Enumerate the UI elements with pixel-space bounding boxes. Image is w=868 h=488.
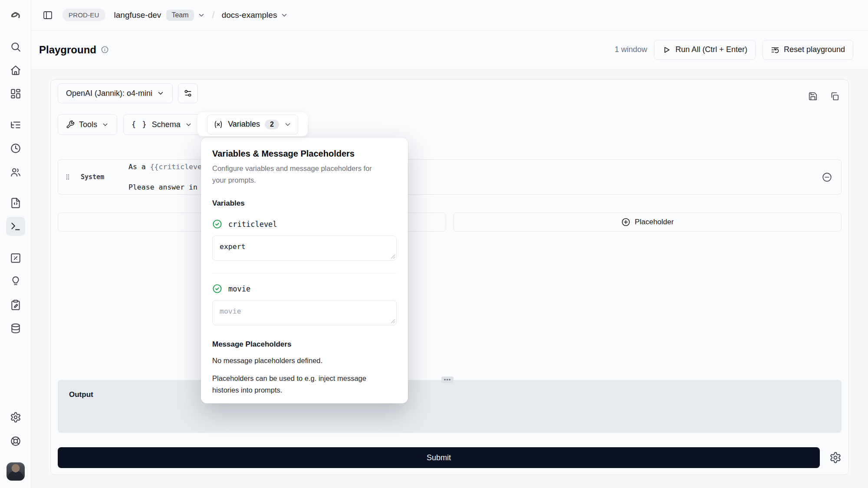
org-role-badge[interactable]: Team [166, 10, 194, 21]
sidebar-item-settings[interactable] [6, 408, 25, 427]
chevron-down-icon [197, 11, 205, 19]
sidebar-item-search[interactable] [6, 37, 25, 56]
panel-left-icon [43, 10, 53, 20]
schema-label: Schema [152, 120, 181, 129]
add-placeholder-button[interactable]: Placeholder [453, 213, 842, 232]
system-line1-text: As a [128, 163, 150, 171]
prompt-file-icon [10, 197, 21, 209]
page-header: Playground 1 window Run All (Ctrl + Ente… [31, 30, 868, 69]
copy-window-button[interactable] [828, 89, 842, 103]
sidebar-item-users[interactable] [6, 163, 25, 182]
users-icon [10, 167, 21, 178]
schema-dropdown-button[interactable]: { } Schema [123, 114, 201, 135]
chevron-down-icon [280, 11, 288, 19]
model-settings-button[interactable] [178, 83, 198, 103]
popover-description: Configure variables and message placehol… [212, 163, 386, 186]
sidebar-item-playground[interactable] [6, 217, 25, 236]
run-all-button[interactable]: Run All (Ctrl + Enter) [654, 40, 756, 60]
variables-label: Variables [228, 120, 260, 129]
trace-tree-icon [10, 119, 21, 131]
sidebar-item-insights[interactable] [6, 272, 25, 291]
run-all-label: Run All (Ctrl + Enter) [675, 45, 747, 54]
minus-circle-icon [822, 172, 832, 183]
play-icon [662, 46, 671, 54]
drag-handle[interactable] [64, 174, 71, 180]
model-settings-sliders-icon [184, 89, 192, 98]
resize-handle[interactable]: ••• [441, 377, 454, 383]
support-lifebuoy-icon [10, 436, 21, 447]
divider [212, 273, 397, 273]
avatar[interactable] [7, 462, 25, 481]
clock-icon [10, 143, 21, 154]
playground-page: PROD-EU langfuse-dev Team / docs-example… [0, 0, 868, 488]
add-placeholder-label: Placeholder [635, 218, 674, 226]
grip-vertical-icon [64, 174, 71, 180]
braces-icon: { } [132, 120, 148, 129]
sidebar-item-dashboards[interactable] [6, 84, 25, 103]
breadcrumb-organization[interactable]: langfuse-dev [114, 10, 161, 20]
list-restart-icon [771, 46, 779, 54]
check-circle-icon [212, 284, 222, 294]
main-area: OpenAI (Jannik): o4-mini Tools [31, 69, 868, 488]
variable-name: movie [228, 285, 250, 293]
variables-count-badge: 2 [265, 120, 279, 129]
lightbulb-icon [10, 275, 21, 287]
placeholders-empty-text: No message placeholders defined. [212, 355, 397, 367]
chevron-down-icon [102, 121, 109, 128]
plus-circle-icon [621, 217, 631, 227]
evaluation-percent-icon [10, 252, 21, 264]
terminal-icon [10, 221, 21, 232]
tools-dropdown-button[interactable]: Tools [58, 114, 117, 135]
annotation-clipboard-icon [10, 299, 21, 311]
page-title: Playground [39, 44, 96, 56]
copy-icon [830, 92, 839, 101]
langfuse-logo[interactable] [6, 6, 25, 25]
sidebar-item-prompts[interactable] [6, 193, 25, 213]
reset-playground-label: Reset playground [784, 45, 845, 54]
output-panel: ••• Output [58, 380, 842, 433]
chevron-down-icon [157, 89, 164, 97]
settings-gear-icon [10, 412, 21, 423]
sidebar-item-support[interactable] [6, 432, 25, 451]
variable-value-input-criticlevel[interactable]: expert [212, 236, 397, 261]
variables-dropdown-button[interactable]: Variables 2 [207, 115, 298, 134]
sidebar-item-evaluation[interactable] [6, 249, 25, 268]
submit-settings-button[interactable] [829, 452, 842, 464]
remove-message-button[interactable] [822, 172, 832, 183]
reset-playground-button[interactable]: Reset playground [763, 40, 853, 60]
save-window-button[interactable] [806, 89, 820, 103]
sidebar-item-datasets[interactable] [6, 319, 25, 338]
wrench-icon [66, 120, 75, 129]
submit-button[interactable]: Submit [58, 447, 820, 468]
message-role-label[interactable]: System [81, 173, 121, 181]
variables-section-heading: Variables [212, 199, 397, 208]
page-info-button[interactable] [101, 46, 109, 54]
info-icon [101, 46, 109, 54]
variable-value-input-movie[interactable] [212, 300, 397, 325]
check-circle-icon [212, 219, 222, 229]
chevron-down-icon [185, 121, 192, 128]
sidebar [0, 0, 31, 488]
org-menu-chevron[interactable] [197, 11, 205, 19]
variable-row-header: criticlevel [212, 219, 397, 229]
output-label: Output [69, 390, 93, 399]
variable-icon [214, 120, 223, 129]
variable-row-header: movie [212, 284, 397, 294]
variable-name: criticlevel [228, 220, 277, 229]
playground-window: OpenAI (Jannik): o4-mini Tools [50, 79, 849, 475]
project-menu-chevron[interactable] [280, 11, 288, 19]
gear-icon [829, 452, 842, 464]
sidebar-item-annotation[interactable] [6, 295, 25, 314]
sidebar-toggle-button[interactable] [39, 7, 56, 24]
search-icon [10, 41, 21, 52]
model-selector-button[interactable]: OpenAI (Jannik): o4-mini [58, 83, 173, 103]
system-line2-text: Please answer in on [128, 183, 210, 191]
placeholders-section-heading: Message Placeholders [212, 340, 397, 349]
sidebar-item-tracing[interactable] [6, 115, 25, 134]
sidebar-item-home[interactable] [6, 61, 25, 80]
breadcrumb-project[interactable]: docs-examples [222, 10, 277, 20]
model-selector-label: OpenAI (Jannik): o4-mini [66, 89, 152, 98]
sidebar-item-sessions[interactable] [6, 139, 25, 158]
popover-title: Variables & Message Placeholders [212, 149, 397, 159]
environment-badge[interactable]: PROD-EU [62, 9, 105, 21]
